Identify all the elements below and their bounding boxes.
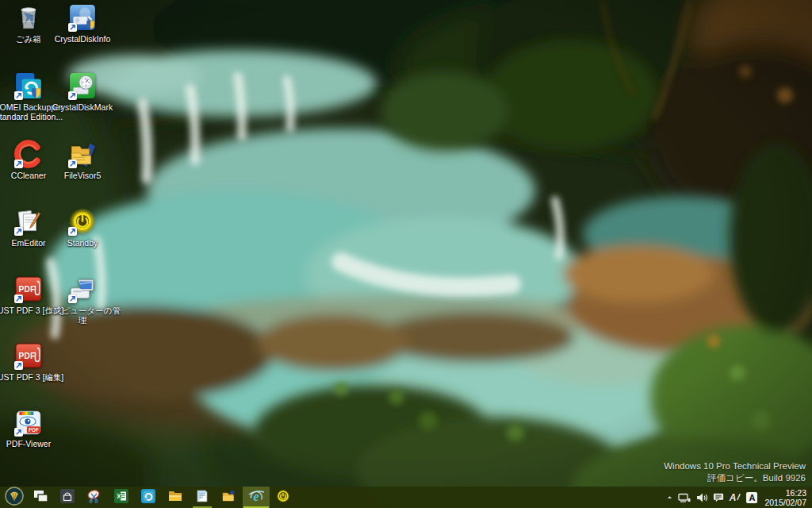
shortcut-arrow-icon [68, 23, 77, 32]
svg-text:PDF: PDF [18, 284, 36, 294]
icon-label: JUST PDF 3 [編集] [0, 372, 63, 382]
taskbar-clock[interactable]: 16:23 2015/02/07 [762, 488, 806, 507]
ime-pen-icon[interactable]: A [730, 487, 742, 508]
clock-date: 2015/02/07 [764, 498, 806, 507]
internet-explorer-button[interactable]: e [243, 487, 270, 508]
notepad-button[interactable] [189, 487, 216, 508]
desktop-icon-pdf-viewer[interactable]: PDF PDF-Viewer [0, 408, 68, 448]
icon-label: PDF-Viewer [6, 439, 51, 448]
watermark-line2: 評価コピー。Build 9926 [664, 472, 806, 484]
crystaldiskinfo-icon [68, 3, 97, 32]
recycle-bin-icon [14, 3, 43, 32]
excel-button[interactable] [108, 487, 135, 508]
desktop-icon-crystaldiskmark[interactable]: CrystalDiskMark [43, 71, 122, 112]
aomei-backupper-icon [140, 488, 156, 507]
volume-icon[interactable] [695, 487, 708, 508]
file-explorer-icon [167, 488, 183, 507]
shortcut-arrow-icon [68, 294, 77, 303]
icon-label: CrystalDiskMark [52, 102, 113, 112]
ime-mode-icon[interactable]: A [746, 487, 757, 508]
shortcut-arrow-icon [68, 160, 77, 168]
icon-label: コンピューターの管理 [43, 306, 122, 325]
filevisor5-icon [68, 140, 97, 168]
shortcut-arrow-icon [14, 160, 23, 168]
ccleaner-icon [14, 140, 43, 168]
shortcut-arrow-icon [14, 361, 23, 370]
desktop-icon-just-pdf-3-edit[interactable]: PDF JUST PDF 3 [編集] [0, 341, 68, 382]
shortcut-arrow-icon [14, 227, 23, 236]
taskbar-items: e [0, 487, 297, 508]
icon-label: EmEditor [11, 238, 45, 248]
desktop-icon-standby[interactable]: Standby [43, 207, 122, 248]
shortcut-arrow-icon [14, 294, 23, 303]
icon-label: ごみ箱 [16, 34, 41, 44]
just-pdf-icon: PDF [14, 341, 43, 370]
svg-text:PDF: PDF [18, 351, 36, 360]
snipping-tool-icon [86, 488, 102, 507]
action-center-icon[interactable] [713, 487, 725, 508]
shortcut-arrow-icon [68, 91, 77, 100]
icon-label: FileVisor5 [64, 171, 102, 180]
svg-text:PDF: PDF [29, 427, 39, 433]
desktop: ごみ箱 [0, 0, 812, 508]
notepad-icon [194, 488, 210, 507]
emeditor-icon [14, 207, 43, 236]
aomei-backupper-icon [14, 71, 43, 100]
snipping-tool-button[interactable] [81, 487, 108, 508]
classic-shell-start-icon [5, 487, 24, 508]
shortcut-arrow-icon [14, 91, 23, 100]
clock-time: 16:23 [764, 488, 806, 498]
windows-evaluation-watermark: Windows 10 Pro Technical Preview 評価コピー。B… [664, 460, 806, 484]
just-pdf-icon: PDF [14, 275, 43, 303]
excel-icon [113, 488, 129, 507]
computer-management-icon [68, 275, 97, 303]
aomei-backupper-button[interactable] [135, 487, 162, 508]
file-explorer-button[interactable] [162, 487, 189, 508]
system-tray: A A 16:23 2015/02/07 [666, 487, 812, 508]
standby-button[interactable] [270, 487, 297, 508]
standby-power-icon [68, 207, 97, 236]
shortcut-arrow-icon [68, 227, 77, 236]
standby-power-icon [276, 489, 290, 506]
icon-label: Standby [67, 238, 98, 248]
start-button-classic-shell[interactable] [2, 487, 27, 508]
taskbar: e [0, 487, 812, 508]
filevisor-icon [221, 488, 237, 507]
icon-label: CCleaner [11, 171, 46, 180]
pdf-viewer-icon: PDF [14, 408, 43, 437]
windows-store-icon [59, 488, 75, 507]
filevisor-button[interactable] [216, 487, 243, 508]
desktop-icon-computer-management[interactable]: コンピューターの管理 [43, 275, 122, 325]
network-icon[interactable] [678, 487, 691, 508]
task-view-button[interactable] [27, 487, 54, 508]
internet-explorer-icon: e [247, 487, 265, 508]
desktop-icons-layer: ごみ箱 [0, 0, 812, 508]
watermark-line1: Windows 10 Pro Technical Preview [664, 460, 806, 472]
hidden-icons-chevron-icon[interactable] [666, 487, 673, 508]
icon-label: CrystalDiskInfo [55, 34, 111, 44]
task-view-icon [33, 488, 48, 507]
desktop-icon-crystaldiskinfo[interactable]: CrystalDiskInfo [43, 3, 122, 44]
shortcut-arrow-icon [14, 428, 23, 437]
windows-store-button[interactable] [54, 487, 81, 508]
desktop-icon-filevisor5[interactable]: FileVisor5 [43, 140, 122, 180]
crystaldiskmark-icon [68, 71, 97, 100]
